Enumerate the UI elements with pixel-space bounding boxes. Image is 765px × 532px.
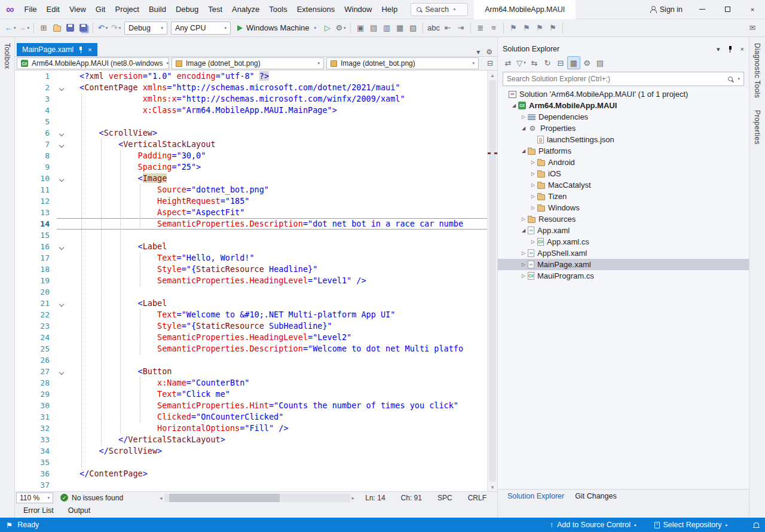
fold-chevron-icon[interactable]	[59, 245, 64, 250]
toolbox-tab[interactable]: Toolbox	[0, 37, 14, 75]
code-line[interactable]: 4 x:Class="Arm64.MobileApp.MAUI.MainPage…	[15, 105, 487, 116]
toggle-bookmark-icon[interactable]: ⚑	[507, 22, 520, 35]
comment-out-icon[interactable]: ≣	[474, 22, 487, 35]
code-line[interactable]: 21 <Label	[15, 298, 487, 309]
expand-arrow-icon[interactable]: ▷	[519, 250, 528, 256]
redo-icon[interactable]: ↷▾	[109, 22, 123, 35]
expand-arrow-icon[interactable]: ▷	[529, 160, 537, 165]
menu-git[interactable]: Git	[91, 0, 111, 19]
expand-arrow-icon[interactable]: ▷	[519, 273, 528, 279]
tree-item-launchsettings-json[interactable]: {}launchSettings.json	[498, 134, 749, 145]
start-without-debugging-icon[interactable]: ▷	[321, 22, 334, 35]
output-window-icon[interactable]: ▦	[393, 22, 406, 35]
quick-search-box[interactable]: Search ▾	[411, 3, 468, 16]
project-dropdown[interactable]: C# Arm64.MobileApp.MAUI (net8.0-windows …	[17, 57, 169, 69]
vertical-scrollbar[interactable]: ▴ ▾	[487, 71, 497, 491]
preview-selected-items-icon[interactable]: ▤	[593, 56, 607, 69]
menu-tools[interactable]: Tools	[264, 0, 292, 19]
code-line[interactable]: 27 <Button	[15, 366, 487, 377]
tree-item-appshell-xaml[interactable]: ▷‹›AppShell.xaml	[498, 247, 749, 259]
spell-check-icon[interactable]: abc	[426, 22, 441, 35]
split-window-icon[interactable]: ⊟	[487, 59, 495, 68]
menu-window[interactable]: Window	[339, 0, 377, 19]
notifications-bell-icon[interactable]	[754, 522, 759, 527]
code-line[interactable]: 7 <VerticalStackLayout	[15, 139, 487, 150]
save-all-icon[interactable]	[76, 22, 90, 35]
navigate-forward-icon[interactable]: →▾	[17, 22, 31, 35]
indent-increase-icon[interactable]: ⇥	[454, 22, 467, 35]
code-line[interactable]: 34 </ScrollView>	[15, 445, 487, 457]
menu-debug[interactable]: Debug	[171, 0, 203, 19]
collapse-arrow-icon[interactable]: ◢	[519, 228, 528, 233]
tree-item-platforms[interactable]: ◢Platforms	[498, 145, 749, 157]
menu-build[interactable]: Build	[144, 0, 171, 19]
refresh-icon[interactable]: ↻	[541, 56, 554, 69]
collapse-arrow-icon[interactable]: ◢	[510, 103, 518, 108]
window-menu-chevron-icon[interactable]: ▾	[717, 45, 720, 53]
solution-search-input[interactable]	[507, 75, 724, 83]
pin-icon[interactable]	[78, 47, 83, 53]
error-list-icon[interactable]: ▥	[380, 22, 393, 35]
expand-arrow-icon[interactable]: ▷	[529, 171, 537, 176]
start-debugging-button[interactable]: Windows Machine ▾	[232, 22, 321, 35]
tree-item-mainpage-xaml[interactable]: ▷‹›MainPage.xaml	[498, 259, 749, 270]
code-line[interactable]: 26	[15, 354, 487, 366]
solution-search-box[interactable]: ▾	[503, 72, 744, 86]
code-line[interactable]: 30 SemanticProperties.Hint="Counts the n…	[15, 400, 487, 411]
collapse-all-icon[interactable]: ⊟	[554, 56, 567, 69]
tree-item-mauiprogram-cs[interactable]: ▷C#MauiProgram.cs	[498, 270, 749, 282]
code-line[interactable]: 32 HorizontalOptions="Fill" />	[15, 423, 487, 434]
scroll-up-icon[interactable]: ▴	[491, 71, 494, 80]
menu-project[interactable]: Project	[110, 0, 143, 19]
close-button[interactable]: ×	[740, 0, 765, 19]
hscroll-thumb[interactable]	[169, 494, 280, 502]
code-line[interactable]: 22 Text="Welcome to &#10;.NET Multi-plat…	[15, 309, 487, 320]
open-file-icon[interactable]	[50, 22, 63, 35]
expand-arrow-icon[interactable]: ▷	[529, 182, 537, 188]
menu-file[interactable]: File	[20, 0, 42, 19]
solution-explorer-toggle-icon[interactable]: ▣	[354, 22, 367, 35]
fold-chevron-icon[interactable]	[59, 143, 64, 148]
fold-chevron-icon[interactable]	[59, 177, 64, 182]
add-to-source-control-button[interactable]: ↑ Add to Source Control ▴	[550, 521, 637, 529]
sync-with-active-document-icon[interactable]: ⇆	[528, 56, 541, 69]
diagnostic-tools-tab[interactable]: Diagnostic Tools	[750, 37, 764, 104]
solution-configurations-dropdown[interactable]: Debug▾	[124, 22, 167, 35]
tree-item-solution-arm64-mobileapp-maui-1-of-1-project[interactable]: ∞Solution 'Arm64.MobileApp.MAUI' (1 of 1…	[498, 88, 749, 100]
zoom-dropdown[interactable]: 110 % ▾	[16, 493, 53, 503]
tree-item-arm64-mobileapp-maui[interactable]: ◢C#Arm64.MobileApp.MAUI	[498, 100, 749, 111]
tab-solution-explorer[interactable]: Solution Explorer	[503, 491, 569, 502]
expand-arrow-icon[interactable]: ▷	[529, 205, 537, 210]
properties-tab[interactable]: Properties	[750, 104, 764, 151]
menu-help[interactable]: Help	[377, 0, 402, 19]
health-indicator[interactable]: ✓ No issues found	[60, 494, 123, 502]
pending-changes-filter-icon[interactable]: ▽▾	[515, 56, 528, 69]
expand-arrow-icon[interactable]: ▷	[529, 194, 537, 199]
scroll-right-icon[interactable]: ▸	[350, 495, 357, 501]
code-line[interactable]: 15	[15, 230, 487, 241]
tree-item-properties[interactable]: ◢⚙Properties	[498, 123, 749, 134]
fold-chevron-icon[interactable]	[59, 86, 64, 91]
minimize-button[interactable]	[690, 0, 715, 19]
code-line[interactable]: 12 HeightRequest="185"	[15, 195, 487, 207]
menu-analyze[interactable]: Analyze	[227, 0, 264, 19]
code-line[interactable]: 2<ContentPage xmlns="http://schemas.micr…	[15, 82, 487, 93]
code-line[interactable]: 35	[15, 457, 487, 468]
code-line[interactable]: 3 xmlns:x="http://schemas.microsoft.com/…	[15, 93, 487, 105]
code-line[interactable]: 24 SemanticProperties.HeadingLevel="Leve…	[15, 332, 487, 343]
code-line[interactable]: 28 x:Name="CounterBtn"	[15, 377, 487, 389]
code-line[interactable]: 17 Text="Hello, World!"	[15, 252, 487, 264]
scroll-down-icon[interactable]: ▾	[491, 482, 494, 491]
tree-item-resources[interactable]: ▷Resources	[498, 213, 749, 225]
code-line[interactable]: 14 SemanticProperties.Description="dot n…	[15, 218, 487, 230]
scrollbar-thumb[interactable]	[489, 80, 496, 482]
code-line[interactable]: 29 Text="Click me"	[15, 389, 487, 400]
collapse-arrow-icon[interactable]: ◢	[519, 148, 528, 154]
fold-chevron-icon[interactable]	[59, 370, 64, 375]
attach-to-process-icon[interactable]: ⚙▾	[334, 22, 347, 35]
menu-test[interactable]: Test	[203, 0, 227, 19]
tree-item-tizen[interactable]: ▷Tizen	[498, 191, 749, 202]
code-line[interactable]: 1<?xml version="1.0" encoding="utf-8" ?>	[15, 71, 487, 82]
type-dropdown[interactable]: Image (dotnet_bot.png) ▾	[172, 57, 324, 69]
code-line[interactable]: 9 Spacing="25">	[15, 161, 487, 173]
